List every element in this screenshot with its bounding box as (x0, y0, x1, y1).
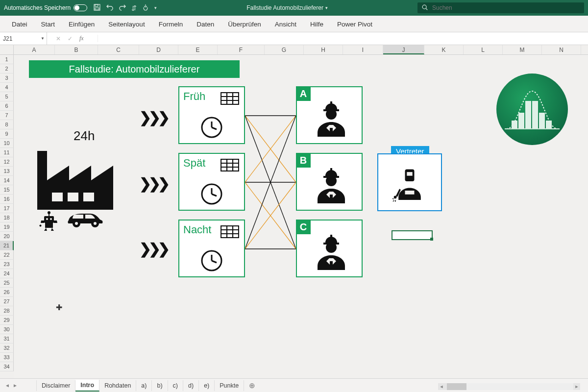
column-header[interactable]: N (542, 45, 581, 54)
worksheet-canvas[interactable]: Fallstudie: Automobilzulieferer 24h ❯❯❯ … (14, 55, 588, 378)
row-header[interactable]: 32 (0, 343, 14, 353)
sheet-tab[interactable]: d) (183, 380, 199, 391)
row-header[interactable]: 24 (0, 269, 14, 278)
sheet-tab[interactable]: Disclaimer (36, 380, 75, 391)
row-header[interactable]: 22 (0, 250, 14, 260)
title-banner: Fallstudie: Automobilzulieferer (29, 60, 240, 78)
tab-einfuegen[interactable]: Einfügen (62, 17, 101, 32)
worker-icon (312, 233, 351, 272)
column-header[interactable]: J (383, 45, 424, 54)
tab-seitenlayout[interactable]: Seitenlayout (101, 17, 151, 32)
confirm-icon[interactable]: ✓ (68, 35, 73, 42)
column-header[interactable]: B (55, 45, 98, 54)
redo-icon[interactable] (119, 3, 126, 13)
row-header[interactable]: 16 (0, 195, 14, 204)
sheet-nav-arrows[interactable]: ◄ ► (0, 383, 36, 388)
row-header[interactable]: 20 (0, 232, 14, 241)
tab-daten[interactable]: Daten (190, 17, 221, 32)
column-header[interactable]: G (265, 45, 304, 54)
tab-ansicht[interactable]: Ansicht (268, 17, 303, 32)
select-all-corner[interactable] (0, 45, 14, 54)
row-header[interactable]: 34 (0, 362, 14, 371)
row-header[interactable]: 29 (0, 316, 14, 325)
horizontal-scrollbar[interactable]: ◄ ► (438, 383, 580, 390)
search-input[interactable] (432, 4, 580, 11)
row-header[interactable]: 10 (0, 139, 14, 148)
sheet-tab[interactable]: b) (152, 380, 168, 391)
svg-point-58 (326, 242, 337, 253)
row-header[interactable]: 27 (0, 297, 14, 306)
row-header[interactable]: 8 (0, 120, 14, 129)
row-header[interactable]: 6 (0, 101, 14, 111)
chevron-left-icon[interactable]: ◄ (438, 384, 445, 389)
column-header[interactable]: C (98, 45, 139, 54)
row-header[interactable]: 3 (0, 74, 14, 83)
save-icon[interactable] (93, 3, 101, 13)
toggle-switch-icon[interactable] (74, 4, 87, 11)
tab-hilfe[interactable]: Hilfe (303, 17, 330, 32)
sheet-tab[interactable]: e) (199, 380, 215, 391)
sheet-tab[interactable]: Rohdaten (99, 380, 136, 391)
column-header[interactable]: H (304, 45, 343, 54)
tab-ueberpruefen[interactable]: Überprüfen (221, 17, 268, 32)
column-header[interactable]: A (14, 45, 55, 54)
row-header[interactable]: 12 (0, 157, 14, 167)
row-header[interactable]: 33 (0, 353, 14, 362)
add-sheet-button[interactable]: ⊕ (244, 381, 260, 390)
formula-input[interactable] (98, 32, 588, 45)
sheet-tab[interactable]: a) (136, 380, 152, 391)
tab-datei[interactable]: Datei (5, 17, 34, 32)
row-header[interactable]: 1 (0, 55, 14, 64)
sheet-tab[interactable]: Punkte (215, 380, 244, 391)
scrollbar-thumb[interactable] (447, 383, 466, 390)
column-header[interactable]: E (178, 45, 218, 54)
selected-cell[interactable] (392, 230, 433, 240)
row-header[interactable]: 28 (0, 306, 14, 316)
column-header[interactable]: K (424, 45, 464, 54)
row-header[interactable]: 5 (0, 92, 14, 101)
document-title[interactable]: Fallstudie Automobilzulieferer ▾ (157, 4, 417, 11)
row-header[interactable]: 15 (0, 185, 14, 195)
column-header[interactable]: F (218, 45, 265, 54)
row-header[interactable]: 19 (0, 222, 14, 232)
row-header[interactable]: 17 (0, 204, 14, 213)
tab-start[interactable]: Start (34, 17, 62, 32)
svg-rect-1 (95, 4, 98, 6)
row-header[interactable]: 21 (0, 241, 14, 250)
search-box[interactable] (417, 2, 584, 13)
row-header[interactable]: 2 (0, 64, 14, 74)
row-header[interactable]: 4 (0, 83, 14, 92)
chevron-right-icon[interactable]: ► (13, 383, 18, 388)
row-header[interactable]: 14 (0, 176, 14, 185)
row-header[interactable]: 25 (0, 278, 14, 288)
chevron-left-icon[interactable]: ◄ (5, 383, 10, 388)
row-header[interactable]: 30 (0, 325, 14, 334)
column-header[interactable]: I (343, 45, 383, 54)
touch-icon[interactable] (142, 3, 149, 13)
tab-powerpivot[interactable]: Power Pivot (330, 17, 379, 32)
column-header[interactable]: M (503, 45, 542, 54)
row-header[interactable]: 26 (0, 288, 14, 297)
autosave-toggle[interactable]: Automatisches Speichern (4, 4, 87, 11)
fx-icon[interactable]: fx (79, 35, 84, 42)
name-box[interactable]: J21 ▼ (0, 32, 47, 45)
spreadsheet-grid[interactable]: ABCDEFGHIJKLMN 1234567891011121314151617… (0, 45, 588, 378)
tab-formeln[interactable]: Formeln (152, 17, 190, 32)
column-header[interactable]: D (139, 45, 178, 54)
sheet-tab[interactable]: Intro (75, 380, 99, 392)
row-header[interactable]: 23 (0, 260, 14, 269)
chevron-right-icon[interactable]: ► (573, 384, 580, 389)
cancel-icon[interactable]: ✕ (56, 35, 61, 42)
row-header[interactable]: 13 (0, 167, 14, 176)
sort-icon[interactable]: ⇵ (131, 4, 137, 12)
worker-icon (312, 99, 351, 139)
row-header[interactable]: 7 (0, 111, 14, 120)
row-header[interactable]: 31 (0, 334, 14, 343)
column-header[interactable]: L (464, 45, 503, 54)
chevron-down-icon[interactable]: ▼ (41, 36, 45, 41)
row-header[interactable]: 18 (0, 213, 14, 222)
sheet-tab[interactable]: c) (168, 380, 183, 391)
row-header[interactable]: 9 (0, 129, 14, 139)
undo-icon[interactable] (106, 3, 114, 13)
row-header[interactable]: 11 (0, 148, 14, 157)
